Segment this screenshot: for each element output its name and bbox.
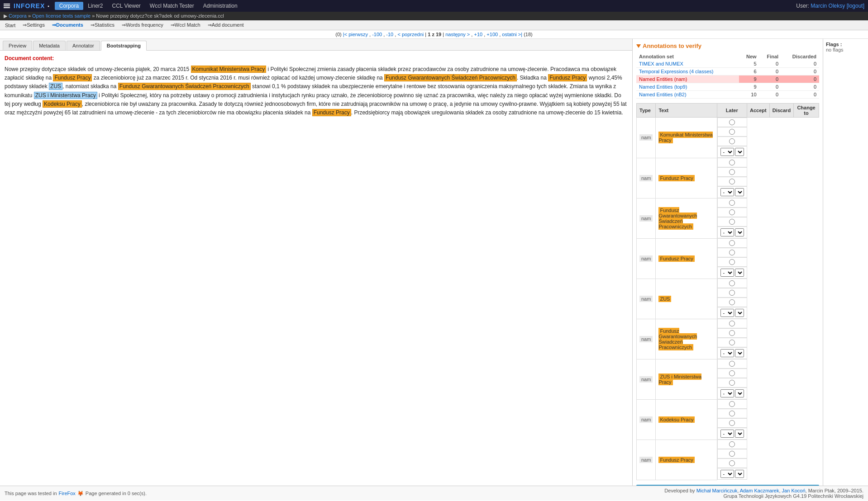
radio-discard-5[interactable] [729, 299, 735, 305]
dev-jan-link[interactable]: Jan Kocoń [782, 488, 806, 493]
nav-item-liner2[interactable]: Liner2 [83, 2, 107, 10]
change-dropdown-7[interactable]: ▼ [735, 389, 744, 397]
entity-zus-1: ZUS [49, 83, 62, 90]
ann-set-name-nb2[interactable]: Named Entities (nB2) [636, 91, 739, 99]
radio-discard-3[interactable] [729, 219, 735, 225]
change-dropdown-2[interactable]: ▼ [735, 188, 744, 196]
radio-accept-8[interactable] [729, 411, 735, 416]
radio-discard-1[interactable] [729, 138, 735, 144]
radio-discard-2[interactable] [729, 179, 735, 184]
ann-set-name-temporal[interactable]: Temporal Expressions (4 classes) [636, 68, 739, 76]
detail-row-9: nam Fundusz Pracy -▼ [637, 440, 819, 480]
radio-discard-8[interactable] [729, 420, 735, 426]
radio-discard-9[interactable] [729, 460, 735, 466]
radio-accept-6[interactable] [729, 330, 735, 336]
toolbar-settings[interactable]: ⇒Settings [21, 22, 46, 28]
flags-panel: Flags : no flags [823, 39, 868, 486]
change-select-8[interactable]: - [720, 430, 734, 438]
tab-annotator[interactable]: Annotator [67, 41, 100, 50]
radio-accept-2[interactable] [729, 169, 735, 175]
col-final: Final [759, 53, 781, 60]
radio-later-9[interactable] [729, 441, 735, 447]
nav-item-wccl-match-tester[interactable]: Wccl Match Tester [145, 2, 199, 10]
change-dropdown-9[interactable]: ▼ [735, 470, 744, 478]
pagination-prev[interactable]: < poprzedni [397, 32, 424, 37]
toolbar-add-document[interactable]: ⇒Add document [206, 22, 245, 28]
type-badge: nam [639, 255, 653, 262]
logout-link[interactable]: [logout] [847, 3, 864, 9]
change-dropdown-6[interactable]: ▼ [735, 349, 744, 357]
ann-set-discarded-temporal: 0 [781, 68, 819, 76]
nav-item-corpora[interactable]: Corpora [55, 2, 83, 10]
radio-accept-5[interactable] [729, 290, 735, 296]
entity-fundusz-pracy-3: Fundusz Pracy [312, 109, 351, 116]
radio-accept-4[interactable] [729, 250, 735, 255]
detail-col-type: Type [637, 104, 656, 118]
radio-later-2[interactable] [729, 160, 735, 165]
pagination-last[interactable]: ostatni >| [502, 32, 522, 37]
pagination-minus100[interactable]: -100 [372, 32, 382, 37]
breadcrumb-collection[interactable]: Open license texts sample [32, 13, 91, 19]
change-select-7[interactable]: - [720, 389, 734, 397]
radio-accept-1[interactable] [729, 129, 735, 135]
pagination-plus10[interactable]: +10 [474, 32, 482, 37]
radio-discard-6[interactable] [729, 340, 735, 345]
pagination-next[interactable]: następny > [445, 32, 470, 37]
change-dropdown-5[interactable]: ▼ [735, 309, 744, 317]
radio-discard-7[interactable] [729, 380, 735, 386]
document-content-label: Document content: [5, 55, 628, 61]
detail-row-7: nam ZUS i Ministerstwa Pracy -▼ [637, 359, 819, 399]
tab-preview[interactable]: Preview [3, 41, 32, 50]
breadcrumb-corpora[interactable]: Corpora [9, 13, 27, 19]
pagination-plus100[interactable]: +100 [486, 32, 498, 37]
ann-set-name-nam[interactable]: Named Entities (nam) [636, 76, 739, 83]
nav-item-administration[interactable]: Administration [199, 2, 242, 10]
change-dropdown-4[interactable]: ▼ [735, 269, 744, 277]
change-dropdown-8[interactable]: ▼ [735, 430, 744, 438]
toolbar-start[interactable]: Start [4, 22, 17, 28]
dev-marcin-link[interactable]: Michał Marcińczuk [696, 488, 737, 493]
firefox-link[interactable]: FireFox [59, 491, 76, 496]
radio-later-6[interactable] [729, 321, 735, 326]
radio-later-1[interactable] [729, 119, 735, 125]
radio-discard-4[interactable] [729, 259, 735, 265]
change-select-5[interactable]: - [720, 309, 734, 317]
change-dropdown-3[interactable]: ▼ [735, 228, 744, 236]
dev-adam-link[interactable]: Adam Kaczmarek [740, 488, 779, 493]
annotation-set-row: TIMEX and NUMEX 5 0 0 [636, 60, 819, 68]
ann-text: Fundusz Gwarantowanych Świadczeń Pracown… [658, 328, 697, 350]
change-select-3[interactable]: - [720, 228, 734, 236]
radio-later-8[interactable] [729, 401, 735, 407]
ann-set-new-nam: 9 [739, 76, 759, 83]
save-verification-button[interactable]: Save verification [636, 485, 819, 486]
change-select-9[interactable]: - [720, 470, 734, 478]
ann-set-new-temporal: 6 [739, 68, 759, 76]
radio-accept-9[interactable] [729, 451, 735, 457]
change-select-2[interactable]: - [720, 188, 734, 196]
change-select-6[interactable]: - [720, 349, 734, 357]
radio-later-4[interactable] [729, 240, 735, 246]
radio-later-3[interactable] [729, 200, 735, 206]
radio-later-5[interactable] [729, 280, 735, 286]
detail-col-discard: Discard [769, 104, 793, 118]
tab-metadata[interactable]: Metadata [33, 41, 66, 50]
toolbar-wccl-match[interactable]: ⇒Wccl Match [169, 22, 202, 28]
ann-set-name-timex[interactable]: TIMEX and NUMEX [636, 60, 739, 68]
radio-later-7[interactable] [729, 361, 735, 367]
change-dropdown-1[interactable]: ▼ [735, 148, 744, 156]
toolbar-documents[interactable]: ⇒Documents [51, 22, 85, 28]
tab-bootstrapping[interactable]: Bootstrapping [101, 41, 147, 51]
pagination-first[interactable]: |< pierwszy [343, 32, 368, 37]
change-select-4[interactable]: - [720, 269, 734, 277]
radio-accept-3[interactable] [729, 209, 735, 215]
toolbar-statistics[interactable]: ⇒Statistics [89, 22, 116, 28]
radio-accept-7[interactable] [729, 370, 735, 376]
ann-set-name-top9[interactable]: Named Entities (top9) [636, 83, 739, 91]
toolbar-words-frequency[interactable]: ⇒Words frequency [120, 22, 165, 28]
user-name-link[interactable]: Marcin Oleksy [811, 3, 845, 9]
pagination-minus10[interactable]: -10 [386, 32, 393, 37]
logo: INFOREX ▪ [4, 2, 49, 9]
change-select-1[interactable]: - [720, 148, 734, 156]
entity-fundusz-pracy-2: Fundusz Pracy [548, 74, 587, 81]
nav-item-ccl-viewer[interactable]: CCL Viewer [108, 2, 145, 10]
